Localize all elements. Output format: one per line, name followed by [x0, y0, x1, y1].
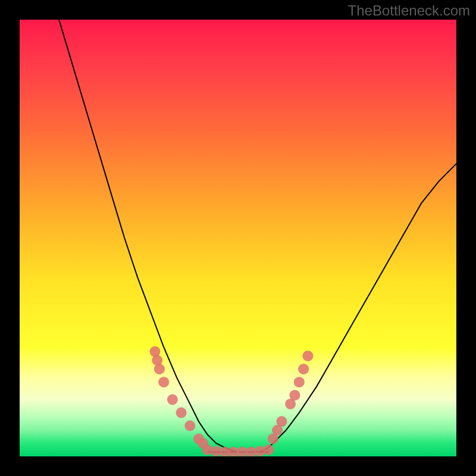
right-dots-point	[302, 350, 313, 361]
right-dots-point	[294, 377, 305, 387]
curve-layer	[59, 20, 456, 452]
right-dots-point	[289, 390, 300, 400]
right-dots-point	[298, 364, 309, 374]
left-dots-point	[184, 421, 195, 431]
left-dots-point	[154, 364, 165, 374]
bottom-dots-point	[263, 444, 274, 455]
left-dots-point	[158, 377, 169, 387]
chart-svg	[20, 20, 456, 456]
left-dots-point	[176, 408, 187, 418]
curve-left-curve	[59, 20, 238, 452]
dots-layer	[150, 346, 314, 456]
left-dots-point	[167, 394, 178, 405]
right-dots-point	[276, 416, 287, 427]
watermark-text: TheBottleneck.com	[348, 2, 470, 19]
